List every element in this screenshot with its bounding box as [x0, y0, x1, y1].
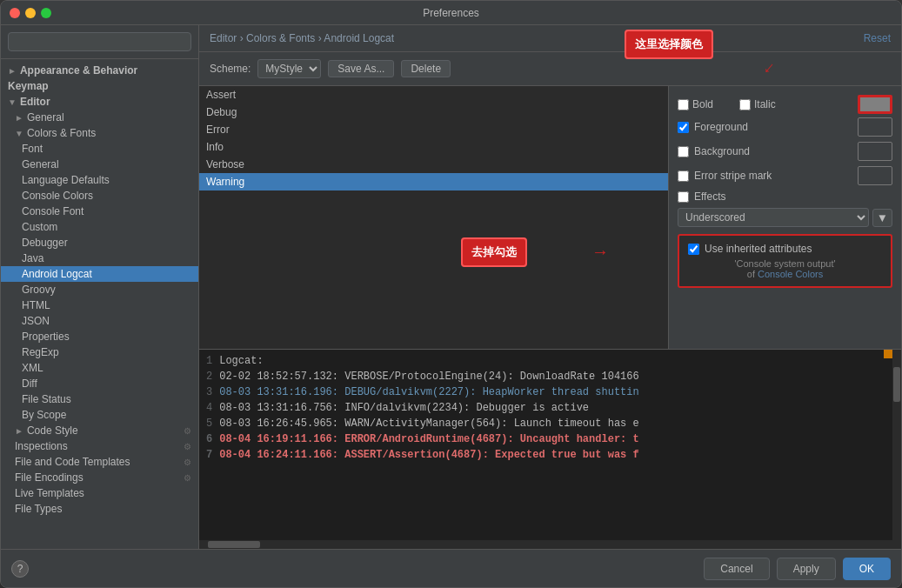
- editor-area: AssertDebugErrorInfoVerboseWarning Bold …: [199, 86, 901, 349]
- sidebar-item-livetemplates[interactable]: Live Templates: [1, 485, 198, 501]
- search-input[interactable]: [8, 32, 191, 51]
- apply-button[interactable]: Apply: [777, 558, 836, 580]
- close-button[interactable]: [10, 8, 20, 18]
- sidebar-item-label: Groovy: [22, 284, 56, 296]
- title-bar: Preferences: [1, 1, 901, 25]
- italic-label: Italic: [754, 98, 776, 110]
- log-item-assert[interactable]: Assert: [199, 86, 668, 104]
- reset-button[interactable]: Reset: [864, 32, 891, 44]
- sidebar-item-regexp[interactable]: RegExp: [1, 344, 198, 360]
- preview-area: 1Logcat:202-02 18:52:57.132: VERBOSE/Pro…: [199, 349, 901, 549]
- sidebar-item-keymap[interactable]: Keymap: [1, 78, 198, 94]
- line-text: 08-03 13:31:16.756: INFO/dalvikvm(2234):…: [219, 402, 589, 414]
- vertical-scrollbar[interactable]: [892, 350, 901, 549]
- foreground-checkbox[interactable]: [678, 122, 689, 133]
- preview-content: 1Logcat:202-02 18:52:57.132: VERBOSE/Pro…: [199, 350, 901, 466]
- minimize-button[interactable]: [25, 8, 36, 18]
- log-item-verbose[interactable]: Verbose: [199, 156, 668, 173]
- effects-arrow-button[interactable]: ▼: [872, 209, 892, 227]
- text-color-swatch[interactable]: [858, 95, 892, 114]
- ok-button[interactable]: OK: [843, 558, 891, 580]
- sidebar-item-label: Diff: [22, 378, 37, 390]
- horizontal-scrollbar[interactable]: [199, 540, 892, 549]
- sidebar-item-label: Editor: [20, 96, 50, 108]
- sidebar: ►Appearance & BehaviorKeymap▼Editor►Gene…: [1, 25, 199, 549]
- breadcrumb: Editor › Colors & Fonts › Android Logcat: [210, 32, 394, 44]
- error-stripe-swatch[interactable]: [858, 166, 892, 185]
- preview-line: 508-03 16:26:45.965: WARN/ActivityManage…: [206, 416, 894, 431]
- line-number: 1: [206, 355, 212, 367]
- sidebar-item-general[interactable]: ►General: [1, 110, 198, 125]
- sidebar-item-groovy[interactable]: Groovy: [1, 282, 198, 297]
- sidebar-item-appearance&behavior[interactable]: ►Appearance & Behavior: [1, 63, 198, 78]
- right-panel: Editor › Colors & Fonts › Android Logcat…: [199, 25, 901, 549]
- log-item-debug[interactable]: Debug: [199, 104, 668, 121]
- background-swatch[interactable]: [858, 142, 892, 161]
- sidebar-item-codestyle[interactable]: ►Code Style⚙: [1, 423, 198, 438]
- sidebar-item-consolecolors[interactable]: Console Colors: [1, 188, 198, 204]
- sidebar-item-label: XML: [22, 362, 43, 374]
- line-number: 3: [206, 386, 212, 398]
- sidebar-item-label: File Types: [15, 503, 62, 515]
- sidebar-item-androidlogcat[interactable]: Android Logcat: [1, 266, 198, 282]
- sidebar-item-consolefont[interactable]: Console Font: [1, 204, 198, 219]
- color-settings-panel: Bold Italic Foreground: [669, 86, 901, 349]
- sidebar-item-java[interactable]: Java: [1, 251, 198, 266]
- window-title: Preferences: [423, 7, 479, 19]
- sidebar-item-inspections[interactable]: Inspections⚙: [1, 438, 198, 454]
- error-stripe-label: Error stripe mark: [694, 170, 772, 182]
- h-scrollbar-thumb: [208, 541, 260, 548]
- line-text: 08-04 16:19:11.166: ERROR/AndroidRuntime…: [219, 433, 638, 445]
- delete-button[interactable]: Delete: [401, 60, 451, 77]
- sidebar-item-xml[interactable]: XML: [1, 360, 198, 376]
- save-as-button[interactable]: Save As...: [328, 60, 394, 77]
- sidebar-item-filestatus[interactable]: File Status: [1, 391, 198, 407]
- sidebar-item-label: Custom: [22, 221, 57, 233]
- sidebar-item-custom[interactable]: Custom: [1, 219, 198, 235]
- log-item-info[interactable]: Info: [199, 138, 668, 156]
- use-inherited-label: Use inherited attributes: [705, 243, 812, 255]
- sidebar-item-debugger[interactable]: Debugger: [1, 235, 198, 251]
- italic-checkbox[interactable]: [739, 99, 751, 110]
- background-checkbox[interactable]: [678, 146, 689, 157]
- sidebar-item-html[interactable]: HTML: [1, 297, 198, 313]
- effects-select[interactable]: Underscored: [678, 208, 869, 227]
- scheme-bar: Scheme: MyStyle Save As... Delete: [199, 52, 901, 86]
- sidebar-item-colors&fonts[interactable]: ▼Colors & Fonts: [1, 125, 198, 141]
- sidebar-item-properties[interactable]: Properties: [1, 329, 198, 344]
- effects-checkbox[interactable]: [678, 191, 689, 203]
- help-button[interactable]: ?: [11, 560, 29, 578]
- inherited-row: Use inherited attributes: [688, 243, 882, 255]
- use-inherited-checkbox[interactable]: [688, 244, 699, 255]
- console-colors-link[interactable]: Console Colors: [758, 269, 823, 279]
- foreground-swatch[interactable]: [858, 117, 892, 137]
- line-number: 5: [206, 418, 212, 430]
- foreground-label: Foreground: [694, 121, 748, 133]
- bold-checkbox[interactable]: [678, 99, 689, 110]
- log-item-error[interactable]: Error: [199, 121, 668, 138]
- settings-icon: ⚙: [184, 458, 191, 467]
- line-number: 4: [206, 402, 212, 414]
- sidebar-item-fileencodings[interactable]: File Encodings⚙: [1, 470, 198, 485]
- line-text: 02-02 18:52:57.132: VERBOSE/ProtocolEngi…: [219, 371, 638, 383]
- settings-icon: ⚙: [184, 473, 191, 483]
- error-stripe-row: Error stripe mark: [678, 166, 892, 185]
- sidebar-item-languagedefaults[interactable]: Language Defaults: [1, 172, 198, 188]
- sidebar-item-general[interactable]: General: [1, 157, 198, 172]
- cancel-button[interactable]: Cancel: [704, 558, 769, 580]
- sidebar-item-label: Inspections: [15, 440, 68, 452]
- sidebar-item-label: Java: [22, 252, 43, 264]
- sidebar-item-editor[interactable]: ▼Editor: [1, 94, 198, 110]
- log-item-warning[interactable]: Warning: [199, 173, 668, 190]
- sidebar-item-byscope[interactable]: By Scope: [1, 407, 198, 423]
- sidebar-item-fileandcodetemplates[interactable]: File and Code Templates⚙: [1, 454, 198, 470]
- sidebar-item-diff[interactable]: Diff: [1, 376, 198, 391]
- error-stripe-checkbox[interactable]: [678, 170, 689, 182]
- scheme-select[interactable]: MyStyle: [257, 59, 321, 78]
- sidebar-item-filetypes[interactable]: File Types: [1, 501, 198, 517]
- tree-arrow: ►: [15, 113, 23, 123]
- sidebar-item-json[interactable]: JSON: [1, 313, 198, 329]
- maximize-button[interactable]: [41, 8, 51, 18]
- panel-header: Editor › Colors & Fonts › Android Logcat…: [199, 25, 901, 52]
- sidebar-item-font[interactable]: Font: [1, 141, 198, 157]
